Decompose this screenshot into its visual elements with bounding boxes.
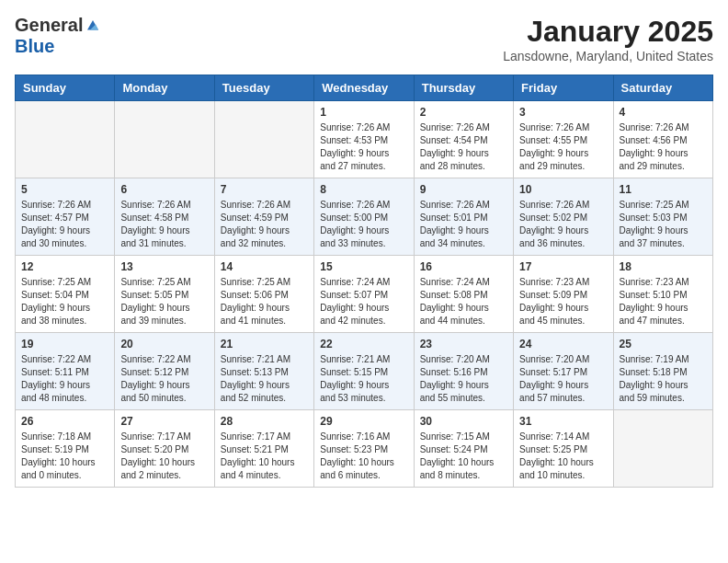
- day-number: 10: [519, 183, 607, 196]
- day-info: Sunrise: 7:20 AM Sunset: 5:16 PM Dayligh…: [420, 353, 507, 405]
- calendar-header-monday: Monday: [115, 75, 214, 101]
- day-info: Sunrise: 7:22 AM Sunset: 5:11 PM Dayligh…: [21, 353, 108, 405]
- day-number: 5: [21, 183, 108, 196]
- calendar-cell: 2Sunrise: 7:26 AM Sunset: 4:54 PM Daylig…: [414, 101, 513, 178]
- calendar-week-row: 1Sunrise: 7:26 AM Sunset: 4:53 PM Daylig…: [16, 101, 713, 178]
- calendar-cell: [214, 101, 313, 178]
- calendar-header-saturday: Saturday: [613, 75, 712, 101]
- calendar-cell: [613, 410, 712, 488]
- calendar-week-row: 5Sunrise: 7:26 AM Sunset: 4:57 PM Daylig…: [16, 178, 713, 256]
- day-number: 20: [120, 338, 208, 350]
- page-header: General Blue January 2025 Lansdowne, Mar…: [15, 15, 713, 63]
- day-number: 28: [221, 415, 308, 428]
- calendar-cell: 31Sunrise: 7:14 AM Sunset: 5:25 PM Dayli…: [514, 410, 613, 488]
- title-block: January 2025 Lansdowne, Maryland, United…: [503, 15, 713, 63]
- day-info: Sunrise: 7:26 AM Sunset: 4:55 PM Dayligh…: [519, 121, 607, 173]
- calendar-cell: 10Sunrise: 7:26 AM Sunset: 5:02 PM Dayli…: [514, 178, 613, 256]
- calendar-cell: 16Sunrise: 7:24 AM Sunset: 5:08 PM Dayli…: [414, 256, 513, 333]
- calendar-cell: 23Sunrise: 7:20 AM Sunset: 5:16 PM Dayli…: [414, 333, 513, 410]
- day-info: Sunrise: 7:24 AM Sunset: 5:08 PM Dayligh…: [420, 276, 507, 327]
- calendar-cell: 19Sunrise: 7:22 AM Sunset: 5:11 PM Dayli…: [16, 333, 115, 410]
- day-info: Sunrise: 7:24 AM Sunset: 5:07 PM Dayligh…: [320, 276, 407, 327]
- calendar-cell: 18Sunrise: 7:23 AM Sunset: 5:10 PM Dayli…: [613, 256, 712, 333]
- calendar-cell: 7Sunrise: 7:26 AM Sunset: 4:59 PM Daylig…: [214, 178, 313, 256]
- calendar-cell: 27Sunrise: 7:17 AM Sunset: 5:20 PM Dayli…: [115, 410, 214, 488]
- calendar-cell: 29Sunrise: 7:16 AM Sunset: 5:23 PM Dayli…: [314, 410, 414, 488]
- day-number: 12: [21, 260, 108, 273]
- day-info: Sunrise: 7:20 AM Sunset: 5:17 PM Dayligh…: [519, 353, 607, 405]
- calendar-table: SundayMondayTuesdayWednesdayThursdayFrid…: [15, 75, 713, 488]
- day-info: Sunrise: 7:26 AM Sunset: 5:00 PM Dayligh…: [320, 199, 407, 250]
- day-number: 29: [320, 415, 407, 428]
- day-number: 9: [420, 183, 507, 196]
- calendar-cell: 20Sunrise: 7:22 AM Sunset: 5:12 PM Dayli…: [115, 333, 214, 410]
- day-info: Sunrise: 7:25 AM Sunset: 5:04 PM Dayligh…: [21, 276, 108, 327]
- logo-icon: [85, 17, 101, 34]
- day-info: Sunrise: 7:26 AM Sunset: 4:57 PM Dayligh…: [21, 199, 108, 250]
- day-info: Sunrise: 7:21 AM Sunset: 5:13 PM Dayligh…: [221, 353, 308, 405]
- calendar-cell: 28Sunrise: 7:17 AM Sunset: 5:21 PM Dayli…: [214, 410, 313, 488]
- month-title: January 2025: [503, 15, 713, 49]
- day-info: Sunrise: 7:25 AM Sunset: 5:05 PM Dayligh…: [120, 276, 208, 327]
- day-number: 1: [320, 106, 407, 119]
- calendar-cell: 1Sunrise: 7:26 AM Sunset: 4:53 PM Daylig…: [314, 101, 414, 178]
- day-number: 17: [519, 260, 607, 273]
- day-number: 26: [21, 415, 108, 428]
- day-number: 14: [221, 260, 308, 273]
- day-number: 7: [221, 183, 308, 196]
- day-number: 13: [120, 260, 208, 273]
- day-number: 27: [120, 415, 208, 428]
- calendar-cell: 30Sunrise: 7:15 AM Sunset: 5:24 PM Dayli…: [414, 410, 513, 488]
- day-number: 25: [620, 338, 707, 350]
- calendar-cell: [115, 101, 214, 178]
- day-info: Sunrise: 7:22 AM Sunset: 5:12 PM Dayligh…: [120, 353, 208, 405]
- day-info: Sunrise: 7:17 AM Sunset: 5:20 PM Dayligh…: [120, 431, 208, 482]
- calendar-header-row: SundayMondayTuesdayWednesdayThursdayFrid…: [16, 75, 713, 101]
- day-number: 21: [221, 338, 308, 350]
- calendar-cell: 17Sunrise: 7:23 AM Sunset: 5:09 PM Dayli…: [514, 256, 613, 333]
- calendar-cell: 13Sunrise: 7:25 AM Sunset: 5:05 PM Dayli…: [115, 256, 214, 333]
- day-number: 15: [320, 260, 407, 273]
- day-number: 4: [620, 106, 707, 119]
- calendar-cell: 3Sunrise: 7:26 AM Sunset: 4:55 PM Daylig…: [514, 101, 613, 178]
- logo-general-text: General: [15, 15, 83, 36]
- day-info: Sunrise: 7:26 AM Sunset: 4:59 PM Dayligh…: [221, 199, 308, 250]
- calendar-cell: 12Sunrise: 7:25 AM Sunset: 5:04 PM Dayli…: [16, 256, 115, 333]
- day-info: Sunrise: 7:18 AM Sunset: 5:19 PM Dayligh…: [21, 431, 108, 482]
- day-number: 31: [519, 415, 607, 428]
- calendar-cell: 22Sunrise: 7:21 AM Sunset: 5:15 PM Dayli…: [314, 333, 414, 410]
- calendar-cell: [16, 101, 115, 178]
- day-number: 23: [420, 338, 507, 350]
- day-info: Sunrise: 7:26 AM Sunset: 4:58 PM Dayligh…: [120, 199, 208, 250]
- day-number: 3: [519, 106, 607, 119]
- day-info: Sunrise: 7:26 AM Sunset: 4:54 PM Dayligh…: [420, 121, 507, 173]
- calendar-cell: 5Sunrise: 7:26 AM Sunset: 4:57 PM Daylig…: [16, 178, 115, 256]
- logo: General Blue: [15, 15, 101, 57]
- day-number: 18: [620, 260, 707, 273]
- day-info: Sunrise: 7:23 AM Sunset: 5:09 PM Dayligh…: [519, 276, 607, 327]
- day-info: Sunrise: 7:17 AM Sunset: 5:21 PM Dayligh…: [221, 431, 308, 482]
- day-info: Sunrise: 7:19 AM Sunset: 5:18 PM Dayligh…: [620, 353, 707, 405]
- day-number: 16: [420, 260, 507, 273]
- day-number: 22: [320, 338, 407, 350]
- day-info: Sunrise: 7:25 AM Sunset: 5:03 PM Dayligh…: [620, 199, 707, 250]
- calendar-header-wednesday: Wednesday: [314, 75, 414, 101]
- calendar-cell: 26Sunrise: 7:18 AM Sunset: 5:19 PM Dayli…: [16, 410, 115, 488]
- calendar-cell: 25Sunrise: 7:19 AM Sunset: 5:18 PM Dayli…: [613, 333, 712, 410]
- calendar-cell: 9Sunrise: 7:26 AM Sunset: 5:01 PM Daylig…: [414, 178, 513, 256]
- day-info: Sunrise: 7:25 AM Sunset: 5:06 PM Dayligh…: [221, 276, 308, 327]
- calendar-header-friday: Friday: [514, 75, 613, 101]
- calendar-header-tuesday: Tuesday: [214, 75, 313, 101]
- day-info: Sunrise: 7:23 AM Sunset: 5:10 PM Dayligh…: [620, 276, 707, 327]
- day-info: Sunrise: 7:14 AM Sunset: 5:25 PM Dayligh…: [519, 431, 607, 482]
- calendar-cell: 11Sunrise: 7:25 AM Sunset: 5:03 PM Dayli…: [613, 178, 712, 256]
- calendar-header-sunday: Sunday: [16, 75, 115, 101]
- calendar-cell: 21Sunrise: 7:21 AM Sunset: 5:13 PM Dayli…: [214, 333, 313, 410]
- calendar-header-thursday: Thursday: [414, 75, 513, 101]
- calendar-cell: 24Sunrise: 7:20 AM Sunset: 5:17 PM Dayli…: [514, 333, 613, 410]
- day-info: Sunrise: 7:15 AM Sunset: 5:24 PM Dayligh…: [420, 431, 507, 482]
- day-number: 24: [519, 338, 607, 350]
- logo-blue-text: Blue: [15, 36, 54, 57]
- day-info: Sunrise: 7:26 AM Sunset: 4:53 PM Dayligh…: [320, 121, 407, 173]
- day-number: 30: [420, 415, 507, 428]
